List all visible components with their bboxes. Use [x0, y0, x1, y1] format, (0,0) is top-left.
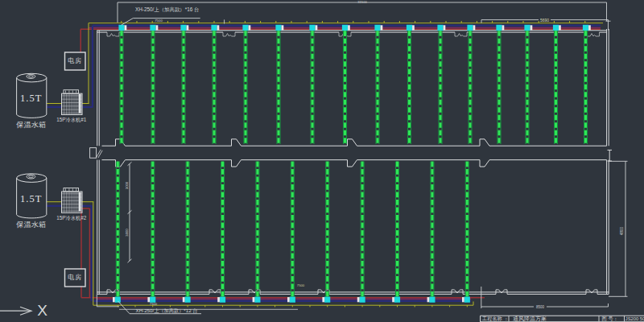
svg-text:1.5T: 1.5T — [20, 93, 42, 104]
svg-text:5690: 5690 — [540, 18, 549, 23]
svg-text:3000: 3000 — [125, 181, 129, 189]
svg-text:XH-250/上（加高款）*16 台: XH-250/上（加高款）*16 台 — [135, 6, 200, 13]
svg-text:7500: 7500 — [150, 302, 158, 306]
svg-text:31500: 31500 — [357, 0, 367, 4]
svg-text:7500: 7500 — [297, 283, 305, 287]
svg-text:保温水箱: 保温水箱 — [15, 121, 46, 129]
svg-text:通风降温方案: 通风降温方案 — [513, 315, 547, 322]
svg-text:15P冷水机#1: 15P冷水机#1 — [56, 117, 87, 122]
svg-text:3000: 3000 — [125, 229, 129, 237]
svg-text:XH-250/上（加高款）*12 台: XH-250/上（加高款）*12 台 — [136, 308, 198, 314]
svg-text:工程名称 ：: 工程名称 ： — [481, 316, 509, 322]
svg-text:X: X — [37, 302, 47, 319]
svg-text:8500: 8500 — [536, 305, 545, 309]
svg-text:保温水箱: 保温水箱 — [15, 221, 46, 229]
svg-text:1.5T: 1.5T — [20, 193, 42, 204]
svg-text:15P冷水机#2: 15P冷水机#2 — [56, 215, 87, 221]
svg-text:电房: 电房 — [68, 274, 82, 281]
svg-text:图 号：: 图 号： — [602, 316, 618, 322]
svg-text:7500: 7500 — [155, 19, 163, 23]
svg-text:电房: 电房 — [68, 57, 82, 64]
svg-text:4800: 4800 — [620, 226, 624, 235]
svg-text:JS200 50: JS200 50 — [625, 316, 644, 321]
